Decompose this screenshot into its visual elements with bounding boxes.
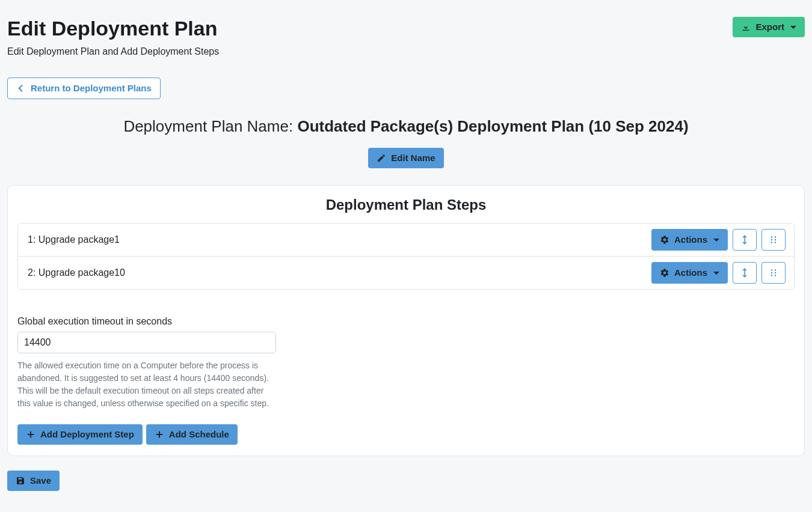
svg-point-8 [771, 269, 772, 270]
svg-point-12 [775, 272, 776, 273]
save-button[interactable]: Save [7, 471, 60, 491]
plan-name-prefix: Deployment Plan Name: [123, 117, 297, 135]
chevron-left-icon [16, 84, 26, 93]
page-title: Edit Deployment Plan [7, 17, 219, 40]
steps-heading: Deployment Plan Steps [17, 197, 795, 213]
steps-card: Deployment Plan Steps 1: Upgrade package… [7, 185, 805, 456]
steps-list: 1: Upgrade package1 Actions 2: Upgrade p… [17, 223, 795, 290]
svg-point-1 [771, 236, 772, 237]
edit-icon [377, 153, 386, 163]
return-button[interactable]: Return to Deployment Plans [7, 78, 161, 99]
arrows-vertical-icon [739, 234, 750, 245]
timeout-input[interactable] [17, 332, 276, 353]
caret-down-icon [790, 26, 796, 29]
step-drag-handle[interactable] [761, 262, 786, 284]
caret-down-icon [713, 239, 719, 242]
svg-point-3 [771, 242, 772, 243]
step-drag-handle[interactable] [761, 229, 786, 251]
caret-down-icon [713, 272, 719, 275]
svg-point-10 [771, 275, 772, 276]
gear-icon [660, 235, 669, 245]
step-label: 1: Upgrade package1 [28, 234, 120, 245]
step-actions-button[interactable]: Actions [651, 229, 728, 251]
step-row: 1: Upgrade package1 Actions [18, 224, 794, 256]
add-schedule-button[interactable]: Add Schedule [146, 424, 238, 445]
save-icon [16, 476, 25, 486]
step-label: 2: Upgrade package10 [28, 267, 125, 278]
svg-point-4 [775, 236, 776, 237]
svg-point-5 [775, 239, 776, 240]
svg-point-2 [771, 239, 772, 240]
plus-icon [26, 430, 35, 439]
export-button-label: Export [755, 22, 784, 32]
plus-icon [155, 430, 164, 439]
gear-icon [660, 268, 669, 278]
step-actions-button[interactable]: Actions [651, 262, 728, 284]
svg-point-9 [771, 272, 772, 273]
save-button-label: Save [30, 475, 51, 486]
svg-point-6 [775, 242, 776, 243]
add-deployment-step-button[interactable]: Add Deployment Step [17, 424, 143, 445]
add-deployment-step-label: Add Deployment Step [40, 429, 134, 440]
download-icon [741, 22, 751, 32]
svg-point-11 [775, 269, 776, 270]
grip-icon [768, 267, 779, 278]
plan-name-heading: Deployment Plan Name: Outdated Package(s… [7, 117, 805, 136]
plan-name-value: Outdated Package(s) Deployment Plan (10 … [297, 117, 688, 135]
svg-point-13 [775, 275, 776, 276]
edit-name-button-label: Edit Name [391, 153, 435, 163]
step-row: 2: Upgrade package10 Actions [18, 256, 794, 289]
return-button-label: Return to Deployment Plans [31, 83, 152, 94]
page-subtitle: Edit Deployment Plan and Add Deployment … [7, 46, 219, 57]
step-move-button[interactable] [733, 262, 757, 284]
step-actions-label: Actions [674, 234, 707, 245]
grip-icon [768, 234, 779, 245]
export-button[interactable]: Export [733, 17, 805, 37]
add-schedule-label: Add Schedule [169, 429, 229, 440]
arrows-vertical-icon [739, 267, 750, 278]
timeout-help-text: The allowed execution time on a Computer… [17, 359, 276, 410]
step-actions-label: Actions [674, 267, 707, 278]
step-move-button[interactable] [733, 229, 757, 251]
edit-name-button[interactable]: Edit Name [368, 148, 443, 168]
timeout-label: Global execution timeout in seconds [17, 316, 795, 327]
